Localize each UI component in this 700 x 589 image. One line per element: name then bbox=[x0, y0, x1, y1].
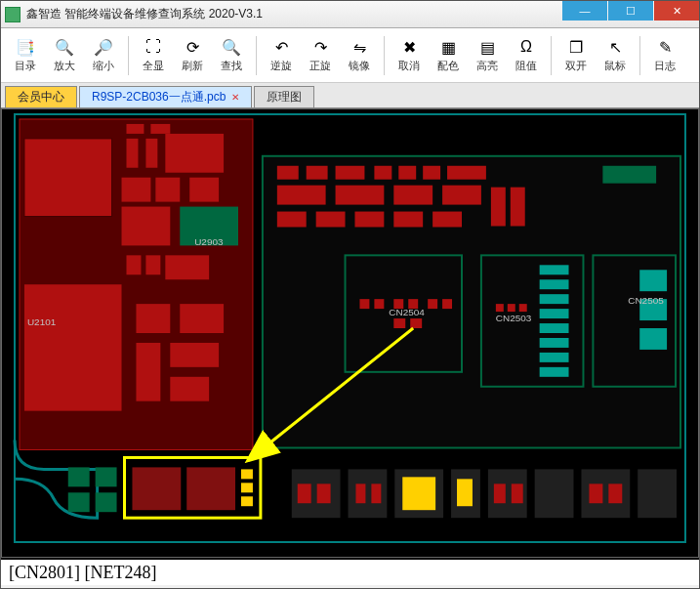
toolbar-日志[interactable]: ✎日志 bbox=[646, 32, 683, 79]
svg-rect-29 bbox=[398, 166, 416, 180]
查找-icon: 🔍 bbox=[222, 37, 241, 57]
toolbar-查找[interactable]: 🔍查找 bbox=[213, 32, 250, 79]
svg-rect-56 bbox=[540, 279, 569, 289]
svg-rect-57 bbox=[540, 294, 569, 304]
toolbar-separator bbox=[551, 36, 552, 75]
svg-rect-94 bbox=[96, 467, 117, 486]
svg-rect-36 bbox=[442, 186, 481, 205]
toolbar-label: 逆旋 bbox=[270, 59, 292, 73]
toolbar-刷新[interactable]: ⟳刷新 bbox=[174, 32, 211, 79]
svg-rect-13 bbox=[189, 178, 219, 202]
svg-rect-55 bbox=[540, 265, 569, 274]
双开-icon: ❐ bbox=[566, 37, 586, 57]
tab-label: 会员中心 bbox=[18, 89, 64, 105]
toolbar-逆旋[interactable]: ↶逆旋 bbox=[263, 32, 300, 79]
svg-rect-89 bbox=[186, 467, 235, 510]
toolbar-separator bbox=[639, 36, 640, 75]
svg-rect-79 bbox=[355, 484, 365, 503]
svg-rect-61 bbox=[540, 353, 569, 362]
svg-rect-17 bbox=[145, 255, 160, 274]
toolbar-正旋[interactable]: ↷正旋 bbox=[302, 32, 339, 79]
toolbar-label: 日志 bbox=[654, 59, 676, 73]
svg-rect-86 bbox=[457, 479, 473, 506]
toolbar-双开[interactable]: ❐双开 bbox=[557, 32, 595, 79]
ref-u2903: U2903 bbox=[194, 236, 224, 247]
toolbar-label: 取消 bbox=[398, 59, 420, 73]
svg-rect-91 bbox=[241, 483, 253, 492]
toolbar-放大[interactable]: 🔍放大 bbox=[46, 32, 83, 79]
toolbar-label: 鼠标 bbox=[604, 59, 626, 73]
svg-rect-41 bbox=[354, 212, 384, 228]
toolbar-镜像[interactable]: ⇋镜像 bbox=[341, 32, 378, 79]
目录-icon: 📑 bbox=[16, 37, 35, 57]
svg-rect-51 bbox=[428, 299, 437, 309]
svg-rect-22 bbox=[170, 343, 219, 367]
ref-cn2504: CN2504 bbox=[389, 307, 425, 317]
svg-rect-9 bbox=[145, 139, 157, 168]
toolbar-label: 刷新 bbox=[182, 59, 203, 73]
svg-rect-33 bbox=[277, 186, 326, 205]
svg-rect-63 bbox=[496, 304, 504, 312]
toolbar-separator bbox=[128, 36, 129, 75]
toolbar-label: 阻值 bbox=[515, 59, 537, 73]
svg-rect-31 bbox=[447, 166, 486, 180]
toolbar-缩小[interactable]: 🔎缩小 bbox=[85, 32, 122, 79]
toolbar-label: 配色 bbox=[437, 59, 459, 73]
toolbar-label: 目录 bbox=[15, 59, 36, 73]
minimize-button[interactable]: — bbox=[562, 1, 607, 21]
svg-rect-8 bbox=[127, 139, 139, 168]
close-icon[interactable]: ✕ bbox=[231, 92, 239, 103]
svg-rect-62 bbox=[540, 367, 569, 377]
toolbar-label: 全显 bbox=[143, 59, 164, 73]
svg-rect-26 bbox=[307, 166, 328, 180]
toolbar-鼠标[interactable]: ↖鼠标 bbox=[597, 32, 634, 79]
tab-label: 原理图 bbox=[267, 89, 302, 105]
status-bar: [CN2801] [NET248] bbox=[1, 558, 699, 585]
svg-rect-21 bbox=[136, 343, 160, 401]
全显-icon: ⛶ bbox=[144, 37, 163, 57]
tab-bar: 会员中心 R9SP-2CB036一点通.pcb ✕ 原理图 bbox=[1, 83, 699, 108]
toolbar-配色[interactable]: ▦配色 bbox=[430, 32, 467, 79]
svg-rect-39 bbox=[277, 212, 307, 228]
close-button[interactable]: ✕ bbox=[654, 1, 699, 21]
svg-rect-84 bbox=[608, 484, 622, 503]
tab-member-center[interactable]: 会员中心 bbox=[5, 86, 77, 107]
toolbar-label: 查找 bbox=[221, 59, 242, 73]
正旋-icon: ↷ bbox=[310, 37, 330, 57]
tab-pcb-file[interactable]: R9SP-2CB036一点通.pcb ✕ bbox=[79, 86, 252, 107]
svg-rect-83 bbox=[589, 484, 602, 503]
toolbar-阻值[interactable]: Ω阻值 bbox=[508, 32, 545, 79]
toolbar-目录[interactable]: 📑目录 bbox=[7, 32, 44, 79]
status-text: [CN2801] [NET248] bbox=[9, 563, 156, 583]
svg-rect-52 bbox=[442, 299, 452, 309]
svg-rect-32 bbox=[602, 166, 656, 184]
高亮-icon: ▤ bbox=[477, 37, 497, 57]
svg-rect-3 bbox=[24, 139, 112, 217]
maximize-button[interactable]: ☐ bbox=[608, 1, 653, 21]
pcb-canvas[interactable]: U2101 U2903 CN2504 CN2503 CN2505 bbox=[1, 108, 699, 558]
放大-icon: 🔍 bbox=[55, 37, 74, 57]
svg-rect-6 bbox=[127, 124, 144, 134]
svg-rect-88 bbox=[132, 467, 181, 510]
svg-rect-53 bbox=[393, 318, 405, 328]
svg-rect-16 bbox=[127, 255, 142, 274]
svg-rect-65 bbox=[519, 304, 527, 312]
toolbar-全显[interactable]: ⛶全显 bbox=[135, 32, 172, 79]
toolbar-label: 高亮 bbox=[476, 59, 498, 73]
toolbar-取消[interactable]: ✖取消 bbox=[391, 32, 428, 79]
svg-rect-75 bbox=[581, 469, 630, 518]
svg-rect-74 bbox=[535, 469, 574, 518]
toolbar-separator bbox=[384, 36, 385, 75]
toolbar-label: 镜像 bbox=[349, 59, 370, 73]
svg-rect-90 bbox=[241, 469, 253, 479]
tab-schematic[interactable]: 原理图 bbox=[254, 86, 314, 107]
svg-rect-66 bbox=[639, 270, 667, 291]
svg-rect-76 bbox=[638, 469, 677, 518]
svg-rect-59 bbox=[540, 323, 569, 333]
window-title: 鑫智造 智能终端设备维修查询系统 2020-V3.1 bbox=[26, 6, 263, 22]
svg-rect-35 bbox=[393, 186, 432, 205]
toolbar-高亮[interactable]: ▤高亮 bbox=[469, 32, 506, 79]
svg-rect-64 bbox=[508, 304, 515, 312]
svg-rect-42 bbox=[393, 212, 423, 228]
svg-rect-23 bbox=[170, 377, 209, 401]
